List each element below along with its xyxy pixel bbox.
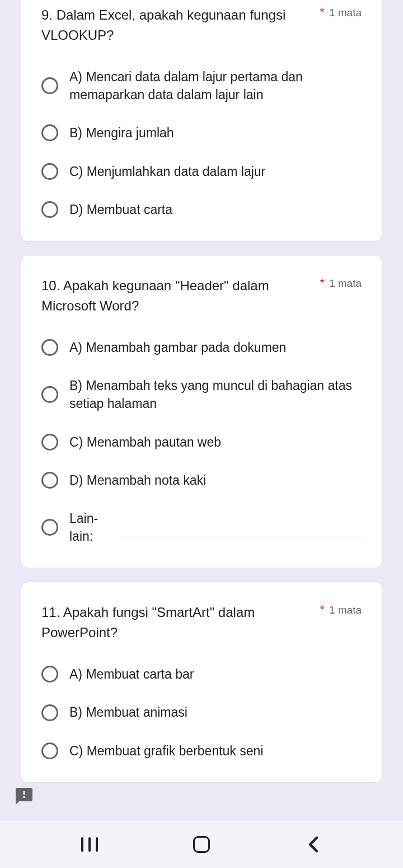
other-input[interactable] [120,517,362,537]
radio-option[interactable]: C) Menambah pautan web [41,433,362,451]
radio-icon [41,163,58,180]
nav-back-button[interactable] [305,836,322,853]
radio-option[interactable]: B) Membuat animasi [41,703,362,721]
question-title: 9. Dalam Excel, apakah kegunaan fungsi V… [41,5,320,45]
radio-icon [41,704,58,721]
option-label: B) Mengira jumlah [69,124,362,142]
question-title: 10. Apakah kegunaan "Header" dalam Micro… [41,276,320,316]
option-label: B) Membuat animasi [69,703,362,721]
points-text: 1 mata [329,7,362,19]
question-card-10: 10. Apakah kegunaan "Header" dalam Micro… [21,255,382,568]
radio-option[interactable]: D) Membuat carta [41,201,362,219]
radio-option[interactable]: B) Menambah teks yang muncul di bahagian… [41,377,362,412]
option-label: C) Membuat grafik berbentuk seni [69,742,362,760]
radio-icon [41,124,58,141]
question-title: 11. Apakah fungsi "SmartArt" dalam Power… [41,602,320,643]
radio-option[interactable]: B) Mengira jumlah [41,124,362,142]
question-card-9: 9. Dalam Excel, apakah kegunaan fungsi V… [21,0,382,242]
radio-icon [41,201,58,218]
feedback-icon[interactable] [14,786,34,806]
radio-option-other[interactable]: Lain-lain: [41,509,362,545]
nav-home-button[interactable] [193,836,210,853]
required-star-icon: * [320,276,325,290]
radio-option[interactable]: A) Mencari data dalam lajur pertama dan … [41,68,362,104]
required-star-icon: * [320,602,325,617]
points-wrapper: * 1 mata [320,276,362,290]
points-wrapper: * 1 mata [320,5,362,20]
points-text: 1 mata [329,604,362,616]
points-text: 1 mata [329,277,362,290]
radio-icon [41,434,58,451]
question-header: 11. Apakah fungsi "SmartArt" dalam Power… [41,602,362,643]
radio-option[interactable]: D) Menambah nota kaki [41,471,362,489]
required-star-icon: * [320,5,325,20]
nav-recent-button[interactable] [81,837,98,852]
question-header: 10. Apakah kegunaan "Header" dalam Micro… [41,276,362,316]
radio-option[interactable]: C) Menjumlahkan data dalam lajur [41,163,362,180]
option-label: B) Menambah teks yang muncul di bahagian… [69,377,362,412]
question-card-11: 11. Apakah fungsi "SmartArt" dalam Power… [21,582,382,783]
radio-option[interactable]: A) Menambah gambar pada dokumen [41,338,362,356]
radio-icon [41,472,58,489]
option-label: C) Menjumlahkan data dalam lajur [69,163,362,180]
question-header: 9. Dalam Excel, apakah kegunaan fungsi V… [41,5,362,45]
option-label: A) Membuat carta bar [69,665,362,683]
other-label: Lain-lain: [69,509,103,545]
option-label: C) Menambah pautan web [69,433,362,451]
radio-icon [41,386,58,403]
radio-icon [41,666,58,683]
points-wrapper: * 1 mata [320,602,362,617]
option-label: D) Menambah nota kaki [69,471,362,489]
radio-icon [41,519,58,536]
radio-icon [41,742,58,759]
radio-icon [41,77,58,94]
radio-icon [41,339,58,356]
android-nav-bar [0,821,403,868]
radio-option[interactable]: C) Membuat grafik berbentuk seni [41,742,362,760]
option-label: D) Membuat carta [69,201,362,219]
radio-option[interactable]: A) Membuat carta bar [41,665,362,683]
option-label: A) Menambah gambar pada dokumen [69,338,362,356]
option-label: A) Mencari data dalam lajur pertama dan … [69,68,362,104]
